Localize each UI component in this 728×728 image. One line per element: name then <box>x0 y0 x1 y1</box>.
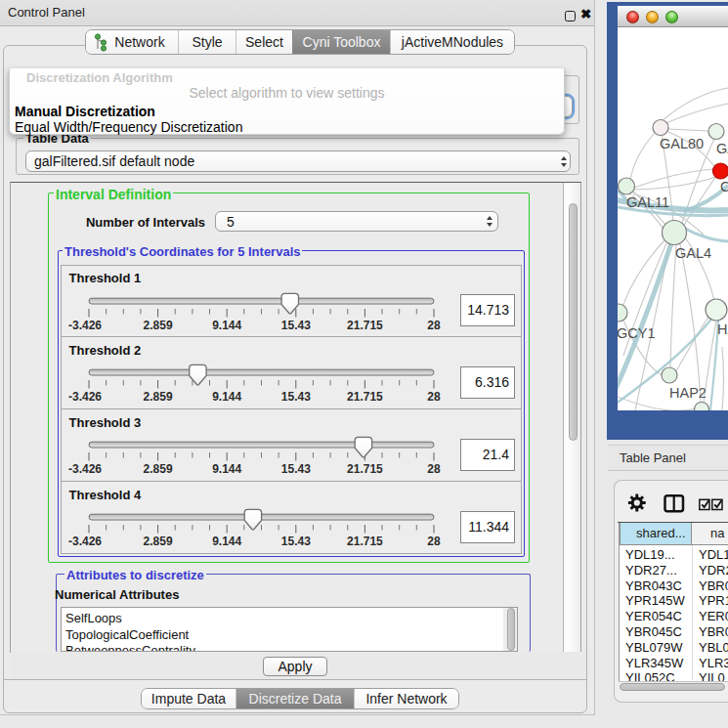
svg-text:HA: HA <box>717 321 728 337</box>
svg-text:28: 28 <box>427 318 441 331</box>
svg-text:9.144: 9.144 <box>212 462 241 476</box>
svg-text:GAL4: GAL4 <box>675 245 711 261</box>
svg-text:GCY1: GCY1 <box>618 325 656 341</box>
svg-text:-3.426: -3.426 <box>68 535 102 548</box>
svg-text:21.715: 21.715 <box>347 535 383 548</box>
svg-text:GAL80: GAL80 <box>660 136 704 151</box>
svg-text:2.859: 2.859 <box>144 462 173 476</box>
svg-text:15.43: 15.43 <box>281 535 311 548</box>
svg-text:21.715: 21.715 <box>347 318 383 331</box>
svg-text:2.859: 2.859 <box>144 318 173 331</box>
svg-text:GA: GA <box>716 141 728 156</box>
svg-text:9.144: 9.144 <box>212 318 241 331</box>
svg-text:21.715: 21.715 <box>347 390 383 404</box>
svg-text:15.43: 15.43 <box>281 318 311 331</box>
svg-text:28: 28 <box>427 462 441 476</box>
svg-text:GAL11: GAL11 <box>626 194 669 210</box>
svg-text:2.859: 2.859 <box>144 390 173 404</box>
svg-text:15.43: 15.43 <box>281 390 311 404</box>
svg-text:9.144: 9.144 <box>212 390 241 404</box>
svg-text:2.859: 2.859 <box>144 535 173 548</box>
svg-text:-3.426: -3.426 <box>68 462 102 476</box>
svg-text:HAP2: HAP2 <box>669 385 707 401</box>
svg-text:CY: CY <box>720 179 728 194</box>
svg-text:21.715: 21.715 <box>347 462 383 476</box>
svg-text:9.144: 9.144 <box>212 535 241 548</box>
svg-text:-3.426: -3.426 <box>68 390 102 404</box>
svg-text:28: 28 <box>427 535 441 548</box>
svg-text:15.43: 15.43 <box>281 462 311 476</box>
svg-text:28: 28 <box>427 390 441 404</box>
svg-text:-3.426: -3.426 <box>68 318 102 331</box>
